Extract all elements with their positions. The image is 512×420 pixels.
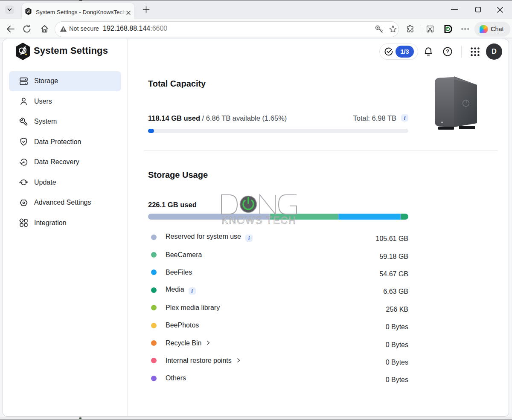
svg-text:KNOWS TECH: KNOWS TECH xyxy=(221,215,296,226)
svg-text:?: ? xyxy=(446,49,449,55)
